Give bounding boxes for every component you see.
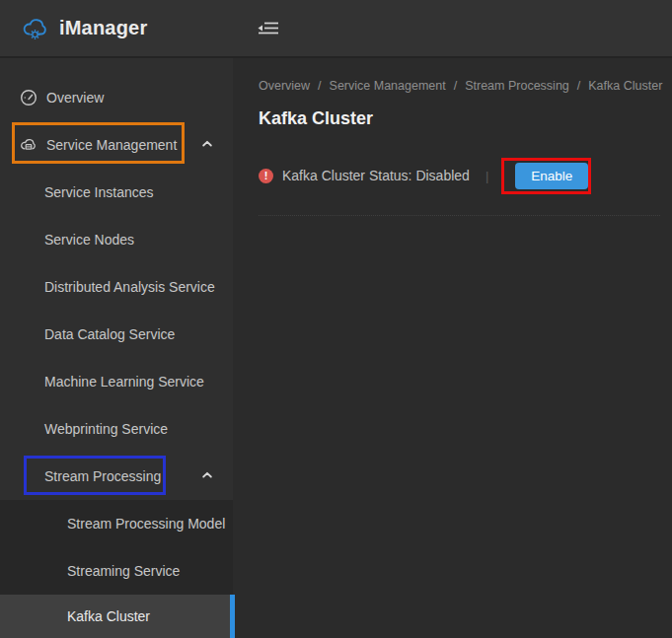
sidebar-menu: Overview Service Management Service Inst…: [0, 58, 233, 638]
content-divider: [259, 215, 660, 216]
kafka-status-row: ! Kafka Cluster Status: Disabled | Enabl…: [259, 162, 588, 189]
gauge-icon: [20, 89, 37, 106]
collapse-sidebar-icon[interactable]: [258, 19, 281, 38]
sidebar-item-label: Service Management: [46, 137, 177, 153]
sidebar-item-label: Stream Processing Model: [67, 516, 225, 532]
enable-button[interactable]: Enable: [515, 163, 588, 189]
breadcrumb: Overview / Service Management / Stream P…: [259, 79, 662, 93]
breadcrumb-item-overview[interactable]: Overview: [259, 79, 310, 93]
sidebar-item-webprinting-service[interactable]: Webprinting Service: [0, 405, 233, 453]
sidebar-item-label: Kafka Cluster: [67, 608, 150, 624]
sidebar-item-service-management[interactable]: Service Management: [0, 121, 233, 169]
sidebar-item-label: Distributed Analysis Service: [44, 279, 215, 295]
chevron-up-icon[interactable]: [202, 140, 212, 147]
exclamation-circle-icon: !: [259, 169, 273, 183]
app-window: iManager Overview: [0, 0, 672, 638]
sidebar-item-machine-learning-service[interactable]: Machine Learning Service: [0, 358, 233, 405]
sidebar-item-label: Machine Learning Service: [44, 374, 204, 390]
sidebar-item-kafka-cluster[interactable]: Kafka Cluster: [0, 595, 233, 638]
sidebar-item-service-instances[interactable]: Service Instances: [0, 169, 233, 216]
sidebar-item-data-catalog-service[interactable]: Data Catalog Service: [0, 311, 233, 358]
main-content: Overview / Service Management / Stream P…: [233, 58, 672, 638]
sidebar-item-label: Data Catalog Service: [44, 326, 175, 342]
sidebar-item-stream-processing-model[interactable]: Stream Processing Model: [0, 500, 233, 547]
page-title: Kafka Cluster: [259, 108, 373, 129]
stream-processing-submenu: Stream Processing Model Streaming Servic…: [0, 500, 233, 638]
sidebar-item-distributed-analysis-service[interactable]: Distributed Analysis Service: [0, 263, 233, 311]
breadcrumb-separator: /: [577, 79, 580, 93]
sidebar-item-label: Webprinting Service: [44, 421, 168, 437]
breadcrumb-item-stream-processing[interactable]: Stream Processing: [465, 79, 569, 93]
breadcrumb-item-service-management[interactable]: Service Management: [330, 79, 446, 93]
sidebar-item-label: Service Instances: [44, 184, 154, 200]
sidebar-item-label: Overview: [46, 90, 104, 106]
sidebar-item-label: Service Nodes: [44, 232, 134, 248]
sidebar-header: iManager: [0, 0, 233, 56]
cloud-gear-logo-icon: [21, 17, 50, 40]
cloud-server-icon: [20, 136, 37, 154]
topbar: [233, 0, 672, 56]
breadcrumb-separator: /: [318, 79, 321, 93]
breadcrumb-separator: /: [454, 79, 457, 93]
chevron-up-icon[interactable]: [202, 471, 212, 478]
app-title: iManager: [59, 17, 147, 39]
status-divider: |: [485, 169, 488, 183]
kafka-status-text: Kafka Cluster Status: Disabled: [282, 168, 470, 183]
sidebar-item-label: Streaming Service: [67, 563, 180, 579]
breadcrumb-item-kafka-cluster: Kafka Cluster: [588, 79, 662, 93]
sidebar-item-streaming-service[interactable]: Streaming Service: [0, 547, 233, 595]
sidebar-item-label: Stream Processing: [44, 468, 161, 484]
sidebar-item-service-nodes[interactable]: Service Nodes: [0, 216, 233, 263]
sidebar-item-overview[interactable]: Overview: [0, 74, 233, 121]
sidebar-item-stream-processing[interactable]: Stream Processing: [0, 453, 233, 500]
